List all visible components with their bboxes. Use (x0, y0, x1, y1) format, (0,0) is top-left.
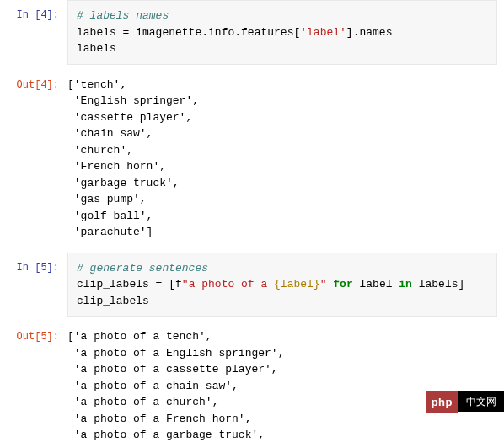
out-line: 'French horn', (67, 160, 166, 173)
prompt-out-4: Out[4]: (0, 70, 67, 248)
code-block-4[interactable]: # labels names labels = imagenette.info.… (67, 0, 497, 65)
cell-out-4: Out[4]: ['tench', 'English springer', 'c… (0, 70, 504, 248)
out-line: ['a photo of a tench', (67, 330, 212, 343)
code-content-4: # labels names labels = imagenette.info.… (67, 0, 504, 65)
out-line: 'a photo of a English springer', (67, 347, 284, 359)
out-line: 'chain saw', (67, 127, 153, 140)
out-line: 'church', (67, 144, 133, 157)
out-line: 'gas pump', (67, 193, 147, 205)
out-line: 'cassette player', (67, 111, 192, 124)
out-line: 'a photo of a garbage truck', (67, 429, 265, 441)
comment: # labels names (77, 9, 169, 22)
prompt-in-5: In [5]: (0, 253, 67, 317)
cell-out-5: Out[5]: ['a photo of a tench', 'a photo … (0, 322, 504, 442)
out-line: 'a photo of a French horn', (67, 413, 251, 425)
output-block-5: ['a photo of a tench', 'a photo of a Eng… (67, 322, 497, 442)
prompt-out-5: Out[5]: (0, 322, 67, 442)
code-content-5: # generate sentences clip_labels = [f"a … (67, 253, 504, 317)
prompt-in-4: In [4]: (0, 0, 67, 65)
out-line: 'a photo of a cassette player', (67, 363, 278, 375)
code-line: clip_labels = [f"a photo of a {label}" f… (77, 278, 464, 290)
output-block-4: ['tench', 'English springer', 'cassette … (67, 70, 497, 248)
out-line: 'parachute'] (67, 226, 153, 238)
comment: # generate sentences (77, 262, 208, 274)
code-line: clip_labels (77, 295, 149, 307)
out-line: ['tench', (67, 78, 126, 91)
out-line: 'a photo of a chain saw', (67, 380, 239, 392)
out-line: 'golf ball', (67, 210, 153, 222)
out-line: 'garbage truck', (67, 177, 180, 189)
code-block-5[interactable]: # generate sentences clip_labels = [f"a … (67, 253, 497, 317)
output-content-5: ['a photo of a tench', 'a photo of a Eng… (67, 322, 504, 442)
cell-in-4: In [4]: # labels names labels = imagenet… (0, 0, 504, 65)
cell-in-5: In [5]: # generate sentences clip_labels… (0, 253, 504, 317)
output-content-4: ['tench', 'English springer', 'cassette … (67, 70, 504, 248)
code-line: labels = imagenette.info.features['label… (77, 26, 392, 39)
out-line: 'a photo of a church', (67, 396, 218, 408)
code-line: labels (77, 42, 116, 55)
out-line: 'English springer', (67, 94, 199, 107)
